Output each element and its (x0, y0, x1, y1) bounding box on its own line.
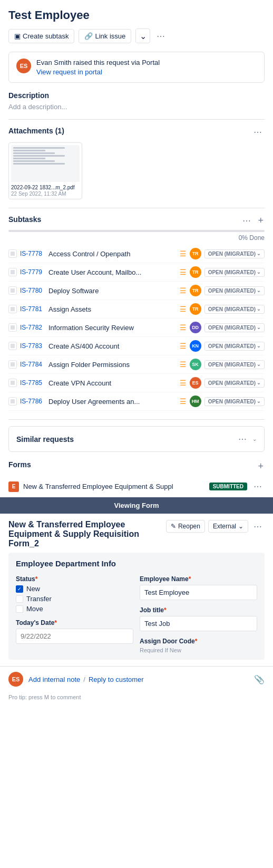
subtask-icon: ▣ (14, 32, 21, 40)
subtask-id: IS-7785 (20, 379, 45, 387)
subtask-status-badge[interactable]: OPEN (MIGRATED) ⌄ (204, 323, 265, 332)
bottom-bar-actions: Add internal note / Reply to customer (28, 676, 249, 683)
external-button[interactable]: External ⌄ (208, 520, 248, 533)
subtask-id: IS-7783 (20, 342, 45, 350)
subtask-row[interactable]: IS-7780 Deploy Software ☰ TR OPEN (MIGRA… (8, 282, 265, 300)
forms-add-button[interactable]: + (257, 461, 265, 472)
subtask-status-badge[interactable]: OPEN (MIGRATED) ⌄ (204, 286, 265, 295)
bottom-bar: ES Add internal note / Reply to customer… (0, 666, 273, 692)
checkbox-box (16, 605, 23, 613)
subtasks-more-button[interactable]: ⋯ (240, 215, 253, 227)
subtask-row[interactable]: IS-7786 Deploy User Agreements an... ☰ H… (8, 392, 265, 411)
subtask-assignee-avatar: HM (190, 396, 201, 407)
subtask-row[interactable]: IS-7778 Access Control / Openpath ☰ TR O… (8, 245, 265, 263)
attachment-item[interactable]: 2022-09-22 1832...m_2.pdf 22 Sep 2022, 1… (8, 142, 82, 199)
dropdown-button[interactable]: ⌄ (135, 28, 150, 43)
preview-line-2 (13, 150, 45, 151)
divider-3 (8, 419, 265, 420)
status-checkbox-item[interactable]: Move (16, 605, 133, 613)
subtask-assignee-avatar: TR (190, 248, 201, 259)
similar-requests-more-button[interactable]: ⋯ (236, 433, 249, 445)
requester-avatar: ES (16, 59, 31, 73)
subtask-row[interactable]: IS-7785 Create VPN Account ☰ ES OPEN (MI… (8, 374, 265, 392)
subtask-name: Create AS/400 Account (48, 342, 177, 350)
subtask-priority-icon: ☰ (180, 323, 187, 332)
subtask-name: Access Control / Openpath (48, 250, 177, 258)
subtask-id: IS-7778 (20, 250, 45, 257)
subtask-assignee-avatar: KN (190, 340, 201, 352)
subtask-row[interactable]: IS-7784 Assign Folder Permissions ☰ SK O… (8, 355, 265, 374)
page-title: Test Employee (8, 8, 265, 22)
attachment-date: 22 Sep 2022, 11:32 AM (11, 191, 80, 197)
subtasks-title: Subtasks (8, 215, 41, 224)
subtask-assignee-avatar: TR (190, 303, 201, 315)
attachment-filename: 2022-09-22 1832...m_2.pdf (11, 184, 80, 191)
subtask-status-badge[interactable]: OPEN (MIGRATED) ⌄ (204, 268, 265, 277)
similar-requests-label: Similar requests (16, 435, 74, 443)
progress-bar-container (8, 230, 265, 232)
subtask-name: Deploy Software (48, 287, 177, 295)
similar-requests-card[interactable]: Similar requests ⋯ ⌄ (8, 426, 265, 452)
toolbar: ▣ Create subtask 🔗 Link issue ⌄ ⋯ (8, 28, 265, 43)
employee-name-input[interactable] (140, 585, 257, 600)
view-request-link[interactable]: View request in portal (36, 68, 160, 76)
subtask-status-badge[interactable]: OPEN (MIGRATED) ⌄ (204, 305, 265, 314)
attachments-more-button[interactable]: ⋯ (251, 126, 265, 138)
more-options-button[interactable]: ⋯ (154, 30, 168, 42)
viewing-form-bar: Viewing Form (0, 497, 273, 514)
employee-dept-title: Employee Department Info (16, 559, 257, 568)
form-row-item[interactable]: E New & Transferred Employee Equipment &… (8, 476, 265, 497)
status-checkbox-item[interactable]: New (16, 585, 133, 593)
subtask-type-icon (8, 249, 17, 258)
subtasks-list: IS-7778 Access Control / Openpath ☰ TR O… (8, 245, 265, 411)
subtask-type-icon (8, 360, 17, 369)
job-title-input[interactable] (140, 616, 257, 631)
create-subtask-button[interactable]: ▣ Create subtask (8, 29, 74, 43)
employee-dept-section: Employee Department Info Status* NewTran… (8, 553, 265, 660)
request-raised-text: Evan Smith raised this request via Porta… (36, 59, 160, 66)
subtask-id: IS-7780 (20, 287, 45, 294)
link-issue-button[interactable]: 🔗 Link issue (79, 29, 131, 43)
progress-text: 0% Done (8, 234, 265, 242)
subtask-status-badge[interactable]: OPEN (MIGRATED) ⌄ (204, 379, 265, 388)
subtask-row[interactable]: IS-7779 Create User Account, Mailbo... ☰… (8, 263, 265, 282)
subtask-row[interactable]: IS-7781 Assign Assets ☰ TR OPEN (MIGRATE… (8, 300, 265, 319)
subtask-status-badge[interactable]: OPEN (MIGRATED) ⌄ (204, 249, 265, 258)
status-checkbox-item[interactable]: Transfer (16, 595, 133, 603)
request-card: ES Evan Smith raised this request via Po… (8, 52, 265, 83)
forms-section: Forms + E New & Transferred Employee Equ… (8, 460, 265, 497)
checkbox-box (16, 595, 23, 603)
subtasks-add-button[interactable]: + (257, 215, 265, 226)
assign-door-code-field: Assign Door Code* Required If New (140, 638, 257, 653)
form-row-icon: E (8, 481, 19, 492)
assign-door-code-note: Required If New (140, 647, 257, 653)
subtask-name: Deploy User Agreements an... (48, 398, 177, 406)
subtask-assignee-avatar: ES (190, 377, 201, 389)
job-title-label: Job title* (140, 606, 257, 614)
reopen-button[interactable]: ✎ Reopen (166, 520, 205, 533)
subtask-name: Assign Folder Permissions (48, 361, 177, 369)
status-checkbox-group: NewTransferMove (16, 585, 133, 613)
subtask-priority-icon: ☰ (180, 397, 187, 406)
subtasks-section: Subtasks ⋯ + 0% Done IS-7778 Access Cont… (8, 215, 265, 411)
add-internal-note-link[interactable]: Add internal note (28, 676, 80, 683)
form-row-name: New & Transferred Employee Equipment & S… (23, 483, 205, 490)
job-title-field: Job title* (140, 606, 257, 631)
attachment-icon[interactable]: 📎 (254, 674, 265, 684)
subtask-priority-icon: ☰ (180, 249, 187, 258)
reply-to-customer-link[interactable]: Reply to customer (89, 676, 144, 683)
subtask-row[interactable]: IS-7782 Information Security Review ☰ DD… (8, 319, 265, 337)
subtask-status-badge[interactable]: OPEN (MIGRATED) ⌄ (204, 360, 265, 369)
subtask-type-icon (8, 286, 17, 295)
form-row-more-button[interactable]: ⋯ (251, 480, 265, 493)
subtask-status-badge[interactable]: OPEN (MIGRATED) ⌄ (204, 397, 265, 406)
preview-line-7 (13, 163, 65, 165)
form-detail-more-button[interactable]: ⋯ (251, 520, 265, 533)
todays-date-input[interactable] (16, 629, 133, 644)
preview-line-1 (13, 147, 65, 149)
subtask-row[interactable]: IS-7783 Create AS/400 Account ☰ KN OPEN … (8, 337, 265, 355)
description-placeholder[interactable]: Add a description... (8, 103, 265, 111)
subtask-status-badge[interactable]: OPEN (MIGRATED) ⌄ (204, 342, 265, 351)
subtask-priority-icon: ☰ (180, 268, 187, 276)
description-section: Description Add a description... (8, 91, 265, 111)
